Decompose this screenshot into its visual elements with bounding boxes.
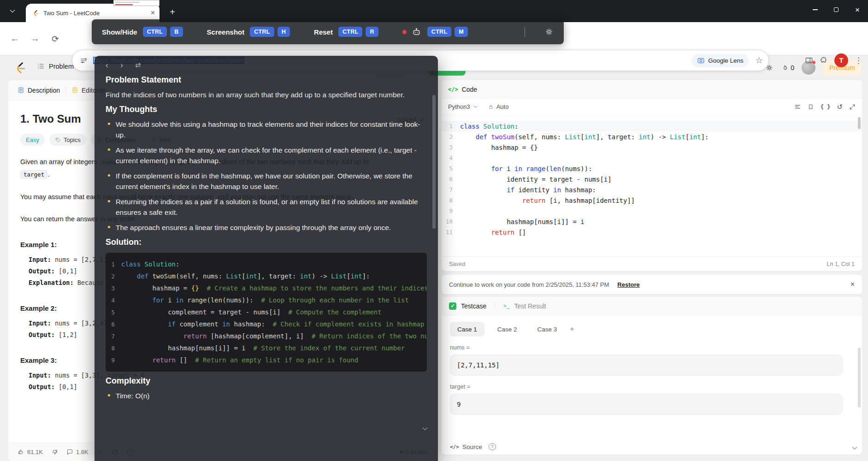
- reload-button[interactable]: ⟳: [46, 30, 65, 48]
- saved-status: Saved: [449, 261, 465, 267]
- browser-menu-icon[interactable]: ⋮: [855, 56, 862, 65]
- maximize-button[interactable]: [826, 0, 847, 19]
- testcase-help-icon[interactable]: ?: [489, 443, 496, 450]
- tab-search-icon[interactable]: [6, 6, 18, 17]
- case-tab-3[interactable]: Case 3: [530, 322, 565, 337]
- overlay-scroll-down-icon[interactable]: [421, 425, 429, 432]
- extensions-puzzle-icon[interactable]: [820, 56, 828, 65]
- tab-description[interactable]: Description: [18, 87, 60, 94]
- minimize-button[interactable]: [804, 0, 826, 19]
- key-r: R: [366, 27, 378, 37]
- code-line: 4 for i in range(len(nums)): # Loop thro…: [106, 294, 427, 306]
- scroll-down-icon[interactable]: [851, 444, 858, 452]
- auto-save-toggle[interactable]: Auto: [488, 103, 509, 110]
- nums-label: nums =: [450, 344, 854, 351]
- restore-close-icon[interactable]: ×: [850, 280, 855, 289]
- screenshot-button[interactable]: Screenshot CTRL H: [207, 27, 290, 37]
- robot-icon: [412, 27, 421, 37]
- bookmark-icon[interactable]: [808, 104, 814, 110]
- ai-assistant-button[interactable]: CTRL M: [402, 27, 468, 37]
- side-panel-icon[interactable]: [805, 56, 813, 65]
- testcase-panel: ✓ Testcase >_ Test Result Case 1Case 2Ca…: [442, 297, 862, 455]
- overlay-statement-heading: Problem Statement: [106, 75, 427, 85]
- tab-title: Two Sum - LeetCode: [43, 10, 147, 17]
- case-tabs: Case 1Case 2Case 3+: [450, 322, 854, 337]
- overlay-complexity-heading: Complexity: [106, 376, 427, 386]
- reset-label: Reset: [314, 28, 333, 36]
- code-editor-panel: </> Code Python3 Auto { } ↺ 1: [442, 80, 862, 271]
- back-button[interactable]: ←: [6, 30, 24, 48]
- browser-titlebar: Two Sum - LeetCode × + ×: [0, 0, 868, 22]
- tab-close-icon[interactable]: ×: [151, 9, 155, 17]
- editor-scrollbar-thumb[interactable]: [858, 117, 861, 129]
- target-input[interactable]: 9: [450, 394, 843, 415]
- recording-dot: [402, 30, 407, 34]
- format-lines-icon[interactable]: [794, 103, 801, 110]
- code-line: 2 def twoSum(self, nums: List[int], targ…: [106, 270, 427, 282]
- code-line: 1class Solution:: [442, 121, 862, 131]
- add-case-button[interactable]: +: [570, 325, 574, 333]
- google-lens-button[interactable]: Google Lens: [691, 54, 749, 67]
- topics-tag[interactable]: Topics: [49, 134, 86, 146]
- code-line: 6 if complement in hashmap: # Check if c…: [106, 318, 427, 330]
- like-button[interactable]: 61.1K: [18, 449, 43, 455]
- code-line: 4: [442, 153, 862, 163]
- code-line: 7 if identity in hashmap:: [442, 184, 862, 195]
- language-select[interactable]: Python3: [448, 103, 478, 110]
- testcase-header: ✓ Testcase >_ Test Result: [442, 297, 862, 315]
- overlay-scrollbar-thumb[interactable]: [432, 95, 436, 229]
- extension-settings-gear-icon[interactable]: [544, 27, 554, 36]
- source-button[interactable]: </> Source: [450, 443, 482, 450]
- close-button[interactable]: ×: [847, 0, 868, 19]
- code-line: 10 hashmap[nums[i]] = i: [442, 216, 862, 227]
- braces-icon[interactable]: { }: [821, 104, 831, 110]
- code-line: 3 hashmap = {} # Create a hashmap to sto…: [106, 282, 427, 294]
- cursor-position: Ln 1, Col 1: [827, 261, 855, 267]
- difficulty-badge[interactable]: Easy: [20, 134, 45, 146]
- overlay-code-block: 1class Solution:2 def twoSum(self, nums:…: [106, 253, 427, 372]
- editor-code-lines: 1class Solution:2 def twoSum(self, nums:…: [442, 121, 862, 237]
- code-line: 7 return [hashmap[complement], i] # Retu…: [106, 330, 427, 342]
- testcase-scrollbar-thumb[interactable]: [858, 348, 861, 408]
- expand-icon[interactable]: [849, 104, 856, 110]
- undo-icon[interactable]: ↺: [837, 103, 843, 111]
- restore-link[interactable]: Restore: [617, 281, 639, 288]
- case-tab-2[interactable]: Case 2: [490, 322, 525, 337]
- dislike-button[interactable]: [51, 449, 58, 455]
- nums-input[interactable]: [2,7,11,15]: [450, 355, 843, 376]
- overlay-statement-text: Find the indices of two numbers in an ar…: [106, 89, 427, 100]
- prev-problem-icon[interactable]: ‹: [106, 60, 108, 70]
- editorial-doc-icon: [71, 87, 78, 94]
- reset-button[interactable]: Reset CTRL R: [314, 27, 378, 37]
- problem-title: 1. Two Sum: [20, 112, 81, 125]
- testcase-body: Case 1Case 2Case 3+ nums = [2,7,11,15] t…: [442, 315, 862, 455]
- overlay-complexity-list: Time: O(n): [106, 390, 427, 401]
- overlay-thoughts-heading: My Thoughts: [106, 105, 427, 114]
- key-ctrl: CTRL: [338, 27, 363, 37]
- testcase-bottom-bar: </> Source ?: [450, 443, 496, 450]
- browser-profile-avatar[interactable]: T: [834, 53, 848, 67]
- key-ctrl: CTRL: [143, 27, 167, 37]
- target-label: target =: [450, 383, 854, 390]
- description-doc-icon: [18, 87, 24, 94]
- streak-count: 0: [791, 64, 794, 71]
- show-hide-button[interactable]: Show/Hide CTRL B: [102, 27, 183, 37]
- case-tab-1[interactable]: Case 1: [450, 322, 484, 337]
- shuffle-icon[interactable]: ⇄: [135, 61, 141, 69]
- comments-button[interactable]: 1.8K: [66, 449, 89, 455]
- new-tab-button[interactable]: +: [166, 6, 179, 18]
- site-settings-icon[interactable]: [80, 57, 88, 65]
- key-m: M: [455, 27, 468, 37]
- leetcode-logo[interactable]: [14, 61, 27, 74]
- next-problem-icon[interactable]: ›: [120, 60, 123, 70]
- streak-counter[interactable]: 0: [781, 64, 794, 71]
- tab-test-result[interactable]: Test Result: [514, 302, 546, 310]
- editor-code-area[interactable]: 1class Solution:2 def twoSum(self, nums:…: [442, 115, 862, 237]
- restore-text: Continue to work on your code from 2/25/…: [449, 281, 609, 288]
- comment-icon: [66, 449, 73, 455]
- leetcode-favicon: [32, 10, 39, 17]
- bookmark-star-icon[interactable]: ☆: [756, 55, 763, 65]
- small-lock-icon: [488, 104, 494, 110]
- tab-testcase[interactable]: Testcase: [461, 302, 486, 310]
- forward-button[interactable]: →: [26, 30, 44, 48]
